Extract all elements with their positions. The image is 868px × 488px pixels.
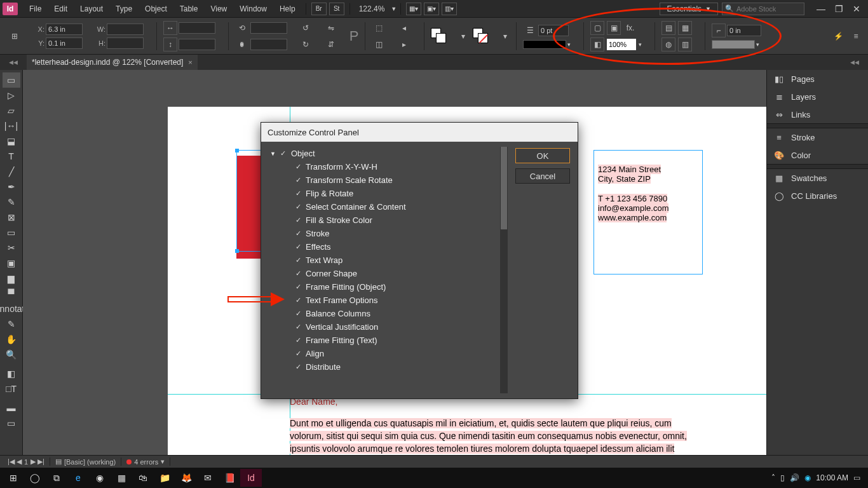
page-nav[interactable]: |◀ ◀ 1 ▶ ▶| [3,458,50,466]
textwrap-bound-icon[interactable]: ▦ [678,21,692,35]
x-field[interactable] [46,24,83,35]
page-tool[interactable]: ▱ [3,103,20,118]
scrollbar[interactable] [500,147,508,393]
zoom-tool[interactable]: 🔍 [3,347,20,362]
check-icon[interactable] [294,310,302,318]
menu-window[interactable]: Window [233,0,273,18]
calculator-icon[interactable]: ▦ [111,469,132,487]
free-transform-tool[interactable]: ▣ [3,255,20,271]
panel-layers[interactable]: ≣Layers [767,88,868,105]
cancel-button[interactable]: Cancel [515,168,570,184]
view-options-icon[interactable]: ▦▾ [406,3,421,15]
mail-icon[interactable]: ✉ [197,469,219,487]
check-icon[interactable] [294,203,302,211]
shear-field[interactable] [250,39,287,50]
corner-field[interactable] [727,25,761,36]
note-tool[interactable]: �annotation [3,301,20,316]
gpu-icon[interactable]: ⚡ [831,29,845,43]
rectangle-frame-tool[interactable]: ⊠ [3,210,20,225]
bridge-icon[interactable]: Br [311,3,327,15]
opacity-field[interactable]: 100% [607,39,636,50]
tree-item[interactable]: Select Container & Content [266,200,508,214]
stroke-weight-field[interactable] [538,25,569,36]
textwrap-shape-icon[interactable]: ◍ [661,37,675,51]
menu-table[interactable]: Table [173,0,205,18]
check-icon[interactable] [294,337,302,344]
fill-swatch[interactable] [431,28,447,44]
check-icon[interactable] [280,150,287,158]
panel-collapse-right[interactable]: ◀◀ [841,55,868,70]
menu-edit[interactable]: Edit [48,0,74,18]
textwrap-none-icon[interactable]: ▤ [661,21,675,35]
textwrap-jump-icon[interactable]: ▥ [678,37,692,51]
address-text-frame[interactable]: 1234 Main Street City, State ZIP T +1 12… [593,150,703,274]
menu-layout[interactable]: Layout [74,0,109,18]
h-field[interactable] [107,37,144,49]
panel-links[interactable]: ⇔Links [767,105,868,123]
check-icon[interactable] [294,230,302,238]
type-tool[interactable]: T [3,149,20,164]
check-icon[interactable] [294,363,302,371]
tree-item-frame-fitting-object[interactable]: Frame Fitting (Object) [266,280,508,294]
panel-color[interactable]: 🎨Color [767,146,868,164]
panel-pages[interactable]: ▮▯Pages [767,70,868,88]
direct-selection-tool[interactable]: ▷ [3,88,20,103]
stroke-style[interactable] [523,40,566,49]
pen-tool[interactable]: ✒ [3,179,20,194]
indesign-taskbar-icon[interactable]: Id [240,469,262,487]
screen-mode-toggle[interactable]: ▬ [3,400,20,416]
menu-file[interactable]: File [23,0,48,18]
pencil-tool[interactable]: ✎ [3,194,20,210]
panel-cc-libraries[interactable]: ◯CC Libraries [767,187,868,205]
edge-icon[interactable]: e [67,469,89,487]
tree-item[interactable]: Balance Columns [266,307,508,320]
panel-stroke[interactable]: ≡Stroke [767,128,868,146]
fill-dropdown-icon[interactable]: ▾ [456,29,470,43]
object-style[interactable]: ▤ [Basic] (working) [50,458,121,466]
stroke-dropdown-icon[interactable]: ▾ [498,29,512,43]
tree-item[interactable]: Transform X-Y-W-H [266,160,508,173]
check-icon[interactable] [294,190,302,198]
scale-y-field[interactable] [179,39,215,50]
reference-point-icon[interactable]: ⊞ [8,29,22,43]
tree-group-object[interactable]: ▼Object [266,147,508,160]
store-icon[interactable]: 🛍 [132,469,154,487]
firefox-icon[interactable]: 🦊 [175,469,197,487]
rotate-cw-icon[interactable]: ↻ [299,37,313,51]
body-text-frame[interactable]: Dear Name, Dunt mo et ulligenda cus quat… [290,395,689,464]
tree-item[interactable]: Frame Fitting (Text) [266,334,508,347]
select-prev-icon[interactable]: ◂ [397,21,411,35]
tree-item[interactable]: Align [266,347,508,360]
gradient-feather-tool[interactable]: ▀ [3,286,20,301]
start-button[interactable]: ⊞ [3,469,24,487]
check-icon[interactable] [294,323,302,331]
screen-mode-icon[interactable]: ▣▾ [424,3,439,15]
tree-item[interactable]: Text Frame Options [266,294,508,307]
eyedropper-tool[interactable]: ✎ [3,316,20,332]
reader-icon[interactable]: 📕 [219,469,240,487]
panel-swatches[interactable]: ▦Swatches [767,169,868,187]
tree-item[interactable]: Distribute [266,360,508,374]
check-icon[interactable] [294,350,302,358]
window-restore[interactable]: ❐ [830,3,848,15]
color-mode-toggle[interactable]: □T [3,381,20,396]
tree-item[interactable]: Vertical Justification [266,320,508,334]
menu-object[interactable]: Object [139,0,173,18]
preflight[interactable]: 4 errors ▾ [121,458,170,466]
tree-item[interactable]: Effects [266,240,508,254]
corner-icon[interactable]: ⌐ [712,24,726,37]
tree-item[interactable]: Fill & Stroke Color [266,214,508,227]
rotate-field[interactable] [250,22,287,34]
menu-type[interactable]: Type [109,0,139,18]
options-tree[interactable]: ▼Object Transform X-Y-W-H Transform Scal… [261,142,508,398]
gradient-swatch-tool[interactable]: ▆ [3,271,20,286]
window-close[interactable]: ✕ [848,3,865,15]
tree-item[interactable]: Flip & Rotate [266,187,508,200]
zoom-level[interactable]: 122.4% [359,4,385,13]
check-icon[interactable] [294,297,302,304]
fx-icon[interactable]: fx. [623,21,637,35]
tree-item[interactable]: Text Wrap [266,254,508,267]
content-collector-tool[interactable]: ⬓ [3,133,20,149]
network-icon[interactable]: ◉ [804,473,811,482]
tray-chevron-icon[interactable]: ˄ [771,473,775,482]
